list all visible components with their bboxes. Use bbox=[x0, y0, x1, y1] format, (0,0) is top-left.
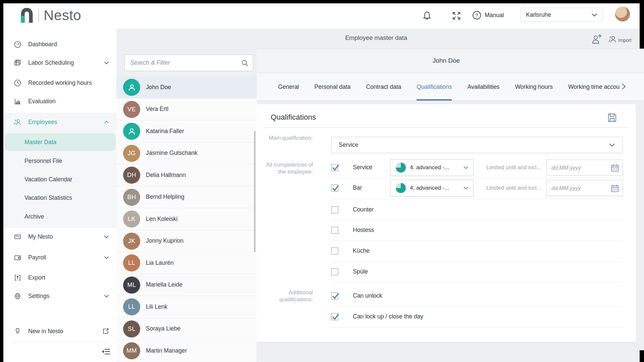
location-value: Karlsruhe bbox=[526, 11, 551, 18]
row-separator bbox=[331, 178, 623, 178]
main-qualification-select[interactable]: Service bbox=[331, 137, 623, 153]
sidebar: Dashboard Labor Scheduling Recorded work… bbox=[3, 28, 116, 362]
chevron-down-icon bbox=[591, 13, 597, 17]
calendar-icon[interactable] bbox=[610, 184, 619, 193]
external-link-icon bbox=[102, 328, 109, 335]
additional-label-can-lock-up: Can lock up / close the day bbox=[353, 313, 423, 320]
tab-contract-data[interactable]: Contract data bbox=[366, 73, 401, 101]
chevron-down-icon bbox=[609, 143, 615, 147]
level-pie-icon bbox=[396, 183, 406, 193]
export-icon bbox=[13, 274, 21, 282]
row-separator bbox=[331, 327, 623, 327]
sidebar-item-label: New in Nesto bbox=[28, 328, 63, 335]
employee-row-delia-hallmann[interactable]: DH Delia Hallmann bbox=[116, 164, 257, 186]
sidebar-item-label: Payroll bbox=[28, 254, 46, 261]
list-scrollbar[interactable] bbox=[254, 131, 256, 252]
tabs-scroll-right-icon[interactable] bbox=[620, 82, 628, 90]
default-avatar-icon bbox=[123, 79, 140, 96]
avatar: LL bbox=[123, 254, 140, 272]
date-field-service bbox=[546, 160, 623, 176]
tab-working-hours[interactable]: Working hours bbox=[515, 73, 553, 101]
detail-tabbar: General Personal data Contract data Qual… bbox=[257, 73, 644, 101]
employee-row-bernd-helpling[interactable]: BH Bernd Helpling bbox=[116, 186, 257, 208]
employee-row-katarina-faller[interactable]: Katarina Faller bbox=[116, 120, 257, 142]
avatar: LL bbox=[123, 298, 140, 315]
chevron-down-icon bbox=[104, 295, 109, 298]
employee-row-vera-ertl[interactable]: VE Vera Ertl bbox=[116, 99, 257, 121]
competence-label-service: Service bbox=[353, 164, 372, 171]
avatar: MM bbox=[123, 342, 140, 359]
calendar-icon[interactable] bbox=[610, 164, 619, 172]
checkbox-counter[interactable] bbox=[331, 206, 338, 214]
competence-label-kueche: Küche bbox=[353, 247, 370, 254]
level-select-service[interactable]: 4. advanced -... bbox=[390, 159, 474, 176]
import-label: Import bbox=[618, 38, 632, 44]
employee-row-lia-lauren[interactable]: LL Lia Laurén bbox=[116, 252, 257, 274]
sidebar-subitem-vacation-statistics[interactable]: Vacation Statistics bbox=[24, 193, 72, 202]
employee-row-jonny-kuprion[interactable]: JK Jonny Kuprion bbox=[116, 230, 257, 252]
manual-button[interactable]: ? Manual bbox=[472, 11, 504, 20]
additional-label-can-unlock: Can unlock bbox=[353, 292, 382, 299]
tab-personal-data[interactable]: Personal data bbox=[314, 73, 351, 101]
row-separator bbox=[331, 199, 623, 199]
sidebar-item-export[interactable]: Export bbox=[13, 270, 109, 285]
employee-row-len-koleiski[interactable]: LK Len Koleiski bbox=[116, 208, 257, 230]
limited-until-label: Limited until and incl... bbox=[486, 185, 541, 191]
employee-row-mariella-leide[interactable]: ML Mariella Leide bbox=[116, 274, 257, 296]
sidebar-subitem-archive[interactable]: Archive bbox=[24, 212, 44, 221]
tab-working-time-account[interactable]: Working time accou bbox=[568, 73, 620, 101]
employee-detail-name: John Doe bbox=[257, 57, 636, 64]
employee-row-lili-lenk[interactable]: LL Lili Lenk bbox=[116, 296, 257, 318]
checkbox-kueche[interactable] bbox=[331, 247, 338, 255]
location-select[interactable]: Karlsruhe bbox=[520, 8, 603, 22]
employee-row-soraya-liebe[interactable]: SL Soraya Liebe bbox=[116, 318, 257, 340]
nesto-logo: Nesto bbox=[20, 7, 81, 23]
fullscreen-icon[interactable] bbox=[451, 11, 462, 21]
level-select-bar[interactable]: 4. advanced -... bbox=[390, 180, 474, 196]
bar-chart-icon bbox=[13, 97, 21, 105]
sidebar-item-my-nesto[interactable]: My Nesto bbox=[13, 229, 109, 244]
collapse-sidebar-icon[interactable] bbox=[102, 348, 111, 356]
checkbox-can-unlock-checked[interactable] bbox=[331, 292, 338, 300]
search-icon[interactable] bbox=[241, 59, 249, 67]
sidebar-subitem-master-data[interactable] bbox=[5, 133, 116, 151]
sidebar-item-employees[interactable]: Employees bbox=[13, 115, 109, 129]
sidebar-item-labor-scheduling[interactable]: Labor Scheduling bbox=[13, 55, 109, 70]
sidebar-item-recorded-working-hours[interactable]: Recorded working hours bbox=[13, 75, 109, 90]
bell-icon[interactable] bbox=[422, 11, 432, 21]
tab-general[interactable]: General bbox=[278, 73, 299, 101]
employee-row-martin-manager[interactable]: MM Martin Manager bbox=[116, 340, 257, 362]
employee-row-john-doe[interactable]: John Doe bbox=[116, 76, 257, 99]
sidebar-item-evaluation[interactable]: Evaluation bbox=[13, 94, 109, 109]
tab-qualifications[interactable]: Qualifications bbox=[417, 73, 452, 101]
sidebar-subitem-personnel-file[interactable]: Personnel File bbox=[24, 157, 62, 165]
avatar: VE bbox=[123, 101, 140, 118]
sidebar-item-dashboard[interactable]: Dashboard bbox=[13, 37, 109, 52]
lightbulb-icon bbox=[13, 327, 21, 335]
section-divider bbox=[263, 127, 629, 128]
avatar: JG bbox=[123, 145, 140, 162]
user-avatar[interactable] bbox=[615, 6, 630, 22]
import-button[interactable]: Import bbox=[608, 35, 632, 44]
chevron-down-icon bbox=[463, 166, 469, 169]
sidebar-item-settings[interactable]: Settings bbox=[13, 289, 109, 303]
level-pie-icon bbox=[396, 163, 406, 173]
sidebar-subitem-vacation-calendar[interactable]: Vacation Calendar bbox=[24, 175, 72, 184]
employee-row-jasmine-gutschank[interactable]: JG Jasmine Gutschank bbox=[116, 142, 257, 165]
sidebar-subitem-master-data-label[interactable]: Master Data bbox=[24, 138, 56, 146]
add-employee-button[interactable] bbox=[591, 33, 602, 45]
checkbox-spuele[interactable] bbox=[331, 268, 338, 276]
logo-divider bbox=[38, 9, 39, 22]
search-input[interactable] bbox=[125, 55, 253, 71]
checkbox-can-lock-up-checked[interactable] bbox=[331, 313, 338, 320]
checkbox-bar-checked[interactable] bbox=[331, 184, 338, 192]
sidebar-item-payroll[interactable]: Payroll bbox=[13, 250, 109, 265]
help-icon: ? bbox=[472, 11, 481, 20]
checkbox-service-checked[interactable] bbox=[331, 164, 338, 171]
letterbox-corner bbox=[640, 350, 644, 362]
checkbox-hostess[interactable] bbox=[331, 227, 338, 234]
save-button[interactable] bbox=[607, 113, 617, 123]
sidebar-item-new-in-nesto[interactable]: New in Nesto bbox=[13, 324, 109, 339]
sidebar-item-label: Settings bbox=[28, 293, 49, 300]
tab-availabilities[interactable]: Availabilities bbox=[467, 73, 499, 101]
